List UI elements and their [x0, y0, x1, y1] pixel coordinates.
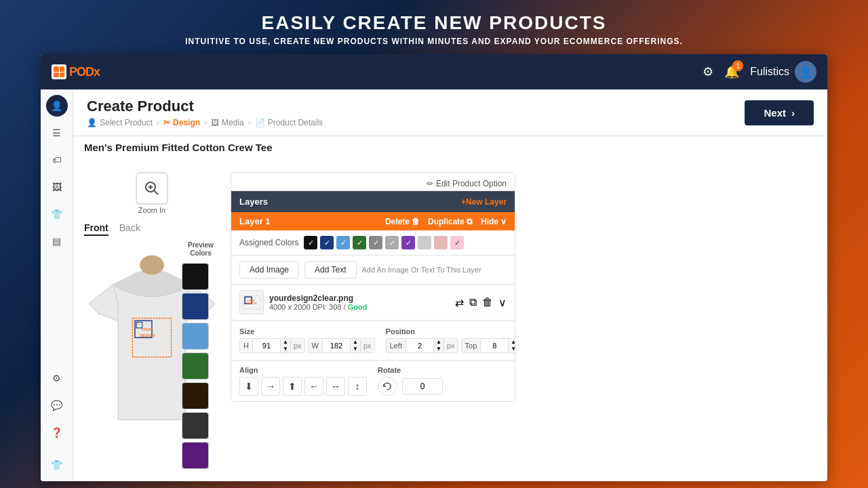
user-area[interactable]: Fulistics 👤: [750, 61, 816, 83]
svg-line-1: [154, 190, 158, 195]
breadcrumb-product-details: 📄 Product Details: [255, 118, 323, 127]
duplicate-layer-button[interactable]: Duplicate ⧉: [428, 217, 473, 226]
align-bottom-button[interactable]: ⬇: [239, 377, 258, 396]
zoom-in-button[interactable]: [136, 172, 168, 205]
align-label: Align: [239, 366, 367, 374]
notification-button[interactable]: 🔔 1: [724, 64, 739, 79]
size-w-up[interactable]: ▲: [351, 339, 360, 346]
color-swatch-light-blue[interactable]: [182, 323, 209, 350]
size-fields: H ▲ ▼ px W: [239, 338, 375, 353]
color-swatch-black[interactable]: [182, 263, 209, 290]
tab-front[interactable]: Front: [84, 222, 108, 236]
assigned-colors-row: Assigned Colors ✓ ✓ ✓ ✓ ✓ ✓ ✓ ✓: [231, 230, 515, 256]
settings-button[interactable]: ⚙: [703, 64, 713, 79]
size-h-input[interactable]: [253, 340, 280, 352]
add-text-button[interactable]: Add Text: [304, 261, 356, 279]
align-right-button[interactable]: →: [261, 377, 280, 396]
rotate-row: [378, 377, 443, 396]
rotate-input[interactable]: [402, 378, 443, 394]
edit-product-option-button[interactable]: ✏ Edit Product Option: [427, 179, 507, 188]
position-top-down[interactable]: ▼: [509, 346, 515, 352]
color-swatch-dark-gray[interactable]: [182, 412, 209, 439]
tab-back[interactable]: Back: [119, 222, 140, 236]
app-container: PODx ⚙ 🔔 1 Fulistics 👤 👤 ☰ 🏷 🖼 👕 ▤ ⚙ �: [41, 54, 827, 481]
color-check-9[interactable]: ✓: [450, 236, 464, 249]
position-group: Position Left ▲ ▼ px: [386, 327, 515, 353]
sidebar-item-profile[interactable]: 👤: [46, 95, 68, 117]
copy-design-button[interactable]: ⧉: [469, 296, 477, 308]
color-check-1[interactable]: ✓: [320, 236, 334, 249]
position-left-down[interactable]: ▼: [434, 346, 443, 352]
position-left-up[interactable]: ▲: [434, 339, 443, 346]
color-check-3[interactable]: ✓: [353, 236, 366, 249]
breadcrumb-select-product: 👤 Select Product: [87, 118, 153, 127]
color-swatch-green[interactable]: [182, 352, 209, 380]
size-w-input[interactable]: [323, 340, 350, 352]
edit-option-row: ✏ Edit Product Option: [231, 173, 515, 191]
navbar-right: ⚙ 🔔 1 Fulistics 👤: [703, 61, 816, 83]
sidebar-item-bars[interactable]: ▤: [46, 230, 68, 252]
color-check-2[interactable]: ✓: [336, 236, 350, 249]
design-file-name: yourdesign2clear.png: [269, 293, 450, 303]
layers-header: Layers +New Layer: [231, 191, 515, 212]
color-check-6[interactable]: ✓: [401, 236, 415, 249]
color-check-4[interactable]: ✓: [369, 236, 382, 249]
sidebar-item-tag[interactable]: 🏷: [46, 149, 68, 171]
sidebar-item-chat[interactable]: 💬: [46, 394, 68, 416]
sidebar-item-help[interactable]: ❓: [46, 422, 68, 443]
hide-layer-button[interactable]: Hide ∨: [481, 217, 507, 226]
sidebar-item-list[interactable]: ☰: [46, 122, 68, 144]
rotate-icon[interactable]: [378, 377, 397, 396]
delete-layer-button[interactable]: Delete 🗑: [385, 217, 420, 226]
page-title: Create Product: [87, 98, 323, 115]
zoom-label: Zoom In: [138, 206, 165, 214]
color-check-0[interactable]: ✓: [304, 236, 317, 249]
next-button[interactable]: Next ›: [745, 100, 814, 125]
color-swatch-navy[interactable]: [182, 293, 209, 320]
hero-subtitle: INTUITIVE TO USE, CREATE NEW PRODUCTS WI…: [0, 37, 868, 46]
product-title-area: Men's Premium Fitted Cotton Crew Tee: [73, 136, 827, 164]
delete-design-button[interactable]: 🗑: [482, 296, 493, 308]
new-layer-button[interactable]: +New Layer: [461, 197, 507, 207]
product-name: Men's Premium Fitted Cotton Crew Tee: [84, 142, 816, 153]
logo-text: PODx: [69, 65, 100, 79]
sidebar-item-image[interactable]: 🖼: [46, 176, 68, 198]
size-h-down[interactable]: ▼: [281, 346, 290, 352]
color-swatch-dark-brown[interactable]: [182, 382, 209, 409]
add-buttons-row: Add Image Add Text Add An Image Or Text …: [231, 256, 515, 285]
product-area: Zoom In Front Back: [73, 164, 827, 481]
size-h-up[interactable]: ▲: [281, 339, 290, 346]
svg-text:DESIGN: DESIGN: [246, 302, 256, 305]
align-center-h-button[interactable]: ↔: [326, 377, 345, 396]
align-center-v-button[interactable]: ↕: [348, 377, 367, 396]
size-w-down[interactable]: ▼: [351, 346, 360, 352]
size-position-row: Size H ▲ ▼ px: [231, 321, 515, 361]
navbar: PODx ⚙ 🔔 1 Fulistics 👤: [41, 54, 827, 89]
align-buttons: ⬇ → ⬆ ← ↔ ↕: [239, 377, 367, 396]
size-w-field: W ▲ ▼ px: [308, 338, 375, 353]
rotate-group: Rotate: [378, 366, 443, 396]
replace-design-button[interactable]: ⇄: [455, 296, 464, 309]
color-swatch-purple[interactable]: [182, 442, 209, 469]
breadcrumb-media: 🖼 Media: [211, 118, 244, 127]
design-thumbnail: YOUR DESIGN: [239, 290, 264, 314]
position-top-up[interactable]: ▲: [509, 339, 515, 346]
color-check-7[interactable]: [418, 236, 431, 249]
expand-design-button[interactable]: ∨: [498, 296, 507, 309]
add-image-button[interactable]: Add Image: [239, 261, 299, 279]
assigned-colors-label: Assigned Colors: [239, 238, 298, 247]
position-left-field: Left ▲ ▼ px: [386, 338, 458, 353]
sidebar-item-bottom-shirt[interactable]: 👕: [46, 454, 68, 476]
sidebar-item-shirt[interactable]: 👕: [46, 203, 68, 225]
logo-icon: [52, 64, 66, 79]
align-top-button[interactable]: ⬆: [283, 377, 302, 396]
sidebar-item-settings[interactable]: ⚙: [46, 367, 68, 389]
position-top-input[interactable]: [481, 340, 508, 352]
align-left-button[interactable]: ←: [304, 377, 323, 396]
position-left-input[interactable]: [406, 340, 433, 352]
color-check-5[interactable]: ✓: [385, 236, 399, 249]
color-check-8[interactable]: [434, 236, 448, 249]
page-header-left: Create Product 👤 Select Product › ✂ Desi…: [87, 98, 323, 127]
design-meta: 4000 x 2000 DPI: 308 / Good: [269, 303, 450, 311]
position-top-field: Top ▲ ▼ px: [461, 338, 515, 353]
